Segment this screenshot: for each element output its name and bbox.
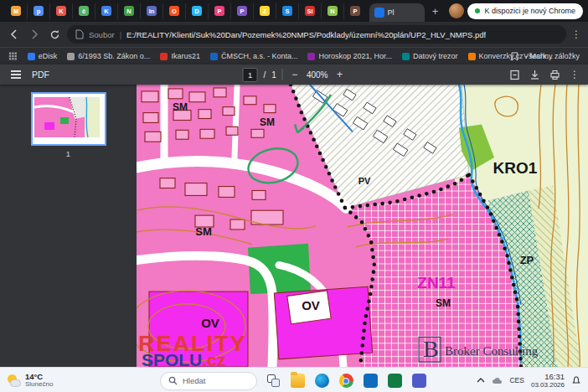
thumbnail-map-image (33, 94, 101, 141)
pdf-page-map[interactable]: SM SM SM PV OV OV ZN11 SM KRO1 ZP REALIT… (137, 85, 588, 367)
zoom-out-button[interactable]: − (289, 69, 301, 80)
bookmark-list: eDisk6/1993 Sb. Zákon o...Ikarus21ČMSCH,… (28, 52, 500, 60)
page-thumbnail[interactable] (31, 92, 106, 146)
tab-favicon: S (282, 6, 292, 16)
logo-name: Broker Consulting (445, 344, 539, 358)
taskbar-search[interactable]: Hledat (160, 372, 257, 390)
pdf-menu-button[interactable] (8, 74, 23, 75)
taskbar-app-chrome[interactable] (337, 372, 355, 390)
search-icon (168, 376, 178, 385)
taskbar-app-teams[interactable] (410, 372, 428, 390)
browser-tab[interactable]: D (186, 3, 209, 19)
zoom-in-button[interactable]: + (333, 69, 345, 80)
browser-tab[interactable]: M (5, 3, 28, 19)
zone-label-pv: PV (358, 176, 371, 186)
profile-avatar[interactable] (449, 3, 464, 18)
pdf-more-button[interactable]: ⋮ (570, 69, 580, 80)
browser-tab[interactable]: K (50, 3, 73, 19)
pdf-actions: ⋮ (509, 69, 580, 80)
bookmark-item[interactable]: Horoskop 2021, Hor... (307, 52, 392, 60)
taskbar-clock[interactable]: 16:31 03.03.2026 (531, 372, 565, 389)
browser-tab[interactable]: P (231, 3, 254, 19)
page-separator: / (264, 70, 266, 80)
tab-favicon: P (350, 6, 360, 16)
browser-tab[interactable]: Si (299, 3, 322, 19)
browser-menu-button[interactable]: ⋮ (571, 28, 581, 40)
active-tab[interactable]: Pl (369, 3, 425, 22)
back-button[interactable] (7, 27, 22, 42)
bookmark-label: Ikarus21 (171, 52, 200, 60)
tab-favicon: Si (305, 6, 315, 16)
bookmark-item[interactable]: eDisk (28, 52, 58, 60)
taskbar-app-outlook[interactable] (361, 372, 379, 390)
reload-button[interactable] (47, 27, 62, 42)
windows-taskbar: 14°C Slunečno Hledat CES 16:31 03.03.202… (0, 367, 588, 392)
chrome-icon (339, 374, 353, 388)
bookmark-item[interactable]: ČMSCH, a.s. - Konta... (210, 52, 298, 60)
pdf-title: PDF (32, 70, 49, 80)
bookmark-favicon (210, 53, 218, 60)
download-icon[interactable] (529, 70, 540, 80)
clock-date: 03.03.2026 (531, 381, 565, 389)
browser-tab[interactable]: S (276, 3, 299, 19)
tray-chevron-up-icon[interactable] (477, 377, 485, 384)
forward-button[interactable] (27, 27, 42, 42)
excel-icon (388, 374, 402, 388)
bookmark-favicon (160, 53, 168, 60)
browser-tab[interactable]: č (73, 3, 95, 19)
pdf-page-controls: 1 / 1 − 400% + (243, 68, 346, 82)
weather-icon (7, 374, 21, 388)
page-number-input[interactable]: 1 (243, 68, 258, 82)
browser-tab[interactable]: P (344, 3, 366, 19)
browser-window: MpKčKNInODPPZSSiNP Pl + K dispozici je n… (0, 0, 588, 392)
pdf-thumbnail-panel: 1 (0, 85, 137, 367)
zone-label-zp: ZP (520, 255, 534, 267)
task-view-icon (266, 374, 281, 388)
bookmarks-bar: eDisk6/1993 Sb. Zákon o...Ikarus21ČMSCH,… (0, 47, 588, 64)
taskbar-center: Hledat (160, 372, 428, 390)
taskbar-app-task-view[interactable] (264, 372, 282, 390)
taskbar-apps (264, 372, 428, 390)
all-bookmarks-button[interactable]: Všechny záložky (510, 52, 580, 61)
browser-tab[interactable]: P (209, 3, 231, 19)
bookmark-label: 6/1993 Sb. Zákon o... (78, 52, 150, 60)
keyboard-language[interactable]: CES (509, 376, 524, 384)
print-icon[interactable] (549, 70, 560, 80)
tab-favicon: K (101, 6, 111, 16)
zone-label-ov: OV (302, 299, 320, 312)
pdf-toolbar: PDF 1 / 1 − 400% + ⋮ (0, 64, 588, 85)
apps-grid-icon[interactable] (8, 51, 18, 61)
zone-label-ov: OV (201, 317, 219, 330)
onedrive-cloud-icon[interactable] (492, 377, 503, 384)
bookmark-item[interactable]: 6/1993 Sb. Zákon o... (67, 52, 150, 60)
weather-widget[interactable]: 14°C Slunečno (7, 373, 53, 389)
bookmark-favicon (67, 53, 75, 60)
browser-tab[interactable]: p (28, 3, 50, 19)
url-separator: | (120, 30, 121, 39)
teams-icon (412, 374, 426, 388)
browser-tab[interactable]: N (118, 3, 141, 19)
reload-icon (49, 29, 60, 40)
tab-favicon: N (328, 6, 338, 16)
browser-tab[interactable]: O (163, 3, 186, 19)
tab-favicon: č (79, 6, 89, 16)
bookmark-label: Horoskop 2021, Hor... (318, 52, 392, 60)
taskbar-app-edge[interactable] (312, 372, 331, 390)
bookmark-item[interactable]: Ikarus21 (160, 52, 200, 60)
address-bar[interactable]: Soubor | E:/REALITY/Klienti/Suk%20Dan/Po… (67, 25, 566, 44)
browser-tab[interactable]: Z (254, 3, 276, 19)
tab-favicon: P (237, 6, 247, 16)
taskbar-app-excel[interactable] (385, 372, 404, 390)
notification-bell-icon[interactable] (571, 375, 581, 385)
browser-tab[interactable]: In (141, 3, 163, 19)
zone-label-zn11: ZN11 (417, 274, 455, 291)
fit-page-icon[interactable] (509, 70, 520, 80)
taskbar-app-file-explorer[interactable] (288, 372, 307, 390)
bookmark-favicon (307, 53, 315, 60)
hamburger-icon (11, 74, 21, 75)
bookmark-item[interactable]: Datový trezor (402, 52, 458, 60)
browser-tab[interactable]: K (95, 3, 118, 19)
chrome-update-button[interactable]: K dispozici je nový Chrome (467, 3, 583, 19)
new-tab-button[interactable]: + (428, 5, 443, 18)
browser-tab[interactable]: N (322, 3, 344, 19)
